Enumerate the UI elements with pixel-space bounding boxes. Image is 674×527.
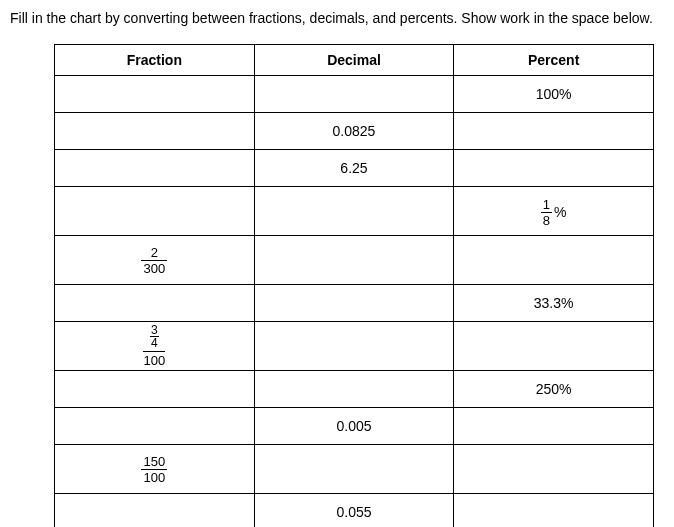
table-row: 100% <box>55 76 654 113</box>
cell-decimal[interactable]: 0.0825 <box>254 113 454 150</box>
table-row: 3 4 100 <box>55 322 654 371</box>
cell-decimal[interactable]: 0.055 <box>254 494 454 528</box>
cell-fraction[interactable] <box>55 285 255 322</box>
cell-fraction[interactable] <box>55 494 255 528</box>
header-percent: Percent <box>454 45 654 76</box>
instruction-text: Fill in the chart by converting between … <box>10 10 664 26</box>
table-row: 0.055 <box>55 494 654 528</box>
table-row: 6.25 <box>55 150 654 187</box>
cell-decimal[interactable] <box>254 445 454 494</box>
cell-fraction[interactable] <box>55 76 255 113</box>
table-row: 0.0825 <box>55 113 654 150</box>
cell-decimal[interactable]: 6.25 <box>254 150 454 187</box>
header-row: Fraction Decimal Percent <box>55 45 654 76</box>
cell-percent[interactable] <box>454 494 654 528</box>
cell-decimal[interactable] <box>254 236 454 285</box>
cell-fraction[interactable] <box>55 408 255 445</box>
cell-percent[interactable] <box>454 445 654 494</box>
table-row: 1 8 % <box>55 187 654 236</box>
cell-decimal[interactable] <box>254 285 454 322</box>
cell-decimal[interactable] <box>254 187 454 236</box>
cell-percent[interactable] <box>454 322 654 371</box>
fraction-value: 150 100 <box>141 455 167 484</box>
cell-fraction[interactable] <box>55 371 255 408</box>
cell-fraction[interactable] <box>55 150 255 187</box>
nested-fraction-value: 3 4 100 <box>143 324 165 367</box>
fraction-percent: 1 8 % <box>541 198 567 227</box>
cell-fraction[interactable] <box>55 113 255 150</box>
table-row: 0.005 <box>55 408 654 445</box>
cell-fraction[interactable]: 3 4 100 <box>55 322 255 371</box>
header-decimal: Decimal <box>254 45 454 76</box>
cell-fraction[interactable]: 150 100 <box>55 445 255 494</box>
cell-percent[interactable]: 33.3% <box>454 285 654 322</box>
cell-percent[interactable] <box>454 408 654 445</box>
table-row: 2 300 <box>55 236 654 285</box>
cell-fraction[interactable]: 2 300 <box>55 236 255 285</box>
fraction-value: 2 300 <box>141 246 167 275</box>
table-row: 150 100 <box>55 445 654 494</box>
cell-decimal[interactable]: 0.005 <box>254 408 454 445</box>
cell-decimal[interactable] <box>254 76 454 113</box>
table-row: 250% <box>55 371 654 408</box>
cell-fraction[interactable] <box>55 187 255 236</box>
cell-decimal[interactable] <box>254 371 454 408</box>
cell-percent[interactable] <box>454 150 654 187</box>
header-fraction: Fraction <box>55 45 255 76</box>
cell-percent[interactable]: 250% <box>454 371 654 408</box>
conversion-table: Fraction Decimal Percent 100% 0.0825 6.2… <box>54 44 654 527</box>
table-row: 33.3% <box>55 285 654 322</box>
cell-percent[interactable] <box>454 113 654 150</box>
cell-percent[interactable]: 1 8 % <box>454 187 654 236</box>
cell-percent[interactable]: 100% <box>454 76 654 113</box>
cell-percent[interactable] <box>454 236 654 285</box>
cell-decimal[interactable] <box>254 322 454 371</box>
